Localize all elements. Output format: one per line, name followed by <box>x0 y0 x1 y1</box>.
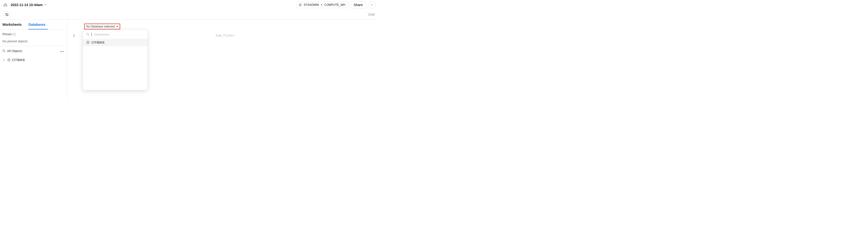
svg-point-8 <box>60 51 61 52</box>
worksheet-title-text: 2022-11-14 10:44am <box>11 3 43 7</box>
pinned-count: (0) <box>12 33 16 36</box>
search-icon <box>2 50 6 53</box>
role-label: SYSADMIN <box>304 3 319 6</box>
database-dropdown: CITIBIKE <box>83 30 147 90</box>
svg-point-6 <box>3 50 5 52</box>
settings-button[interactable] <box>3 11 11 18</box>
more-icon[interactable] <box>60 48 64 53</box>
svg-point-5 <box>7 15 8 16</box>
svg-line-13 <box>88 35 89 35</box>
role-icon <box>299 3 302 6</box>
code-fragment: tom_filter <box>216 34 235 37</box>
share-button[interactable]: Share <box>350 1 366 8</box>
tree-item-citibike[interactable]: CITIBIKE <box>2 57 64 63</box>
dropdown-item-citibike[interactable]: CITIBIKE <box>83 39 147 46</box>
text-cursor <box>91 33 92 36</box>
database-icon <box>7 58 10 62</box>
caret-down-icon <box>44 4 47 6</box>
database-icon <box>86 41 90 44</box>
svg-point-14 <box>87 41 89 42</box>
editor-area: No Database selected 1 tom_filter CITIBI… <box>67 20 378 100</box>
home-icon[interactable] <box>3 2 8 7</box>
caret-down-icon <box>116 26 118 27</box>
svg-point-1 <box>300 4 301 5</box>
dropdown-item-label: CITIBIKE <box>91 41 104 44</box>
pinned-label: Pinned <box>2 33 11 36</box>
role-warehouse-selector[interactable]: SYSADMIN COMPUTE_WH <box>296 2 348 8</box>
run-button[interactable] <box>368 1 376 8</box>
sliders-icon <box>5 13 9 16</box>
svg-point-12 <box>87 33 89 35</box>
svg-line-7 <box>4 51 5 52</box>
tab-databases[interactable]: Databases <box>28 20 48 29</box>
database-selector[interactable]: No Database selected <box>84 24 120 29</box>
pinned-header: Pinned (0) <box>2 33 64 36</box>
svg-point-3 <box>6 13 7 14</box>
all-objects-search[interactable]: All Objects <box>2 49 22 53</box>
status-dot-icon <box>321 4 322 6</box>
no-pinned-text: No pinned objects <box>2 39 64 43</box>
worksheet-title[interactable]: 2022-11-14 10:44am <box>11 3 47 7</box>
svg-point-9 <box>62 51 63 52</box>
search-icon <box>86 33 90 36</box>
tab-worksheets[interactable]: Worksheets <box>2 20 24 29</box>
draft-status: Draft <box>368 13 376 16</box>
svg-point-10 <box>63 51 64 52</box>
tree-item-label: CITIBIKE <box>12 58 25 62</box>
line-number: 1 <box>73 34 75 37</box>
database-selector-label: No Database selected <box>86 25 115 28</box>
svg-point-11 <box>8 59 10 59</box>
chevron-right-icon <box>3 58 6 62</box>
sidebar: Worksheets Databases Pinned (0) No pinne… <box>0 20 67 100</box>
database-search-input[interactable] <box>94 33 144 36</box>
all-objects-label: All Objects <box>7 49 22 53</box>
warehouse-label: COMPUTE_WH <box>324 3 345 6</box>
